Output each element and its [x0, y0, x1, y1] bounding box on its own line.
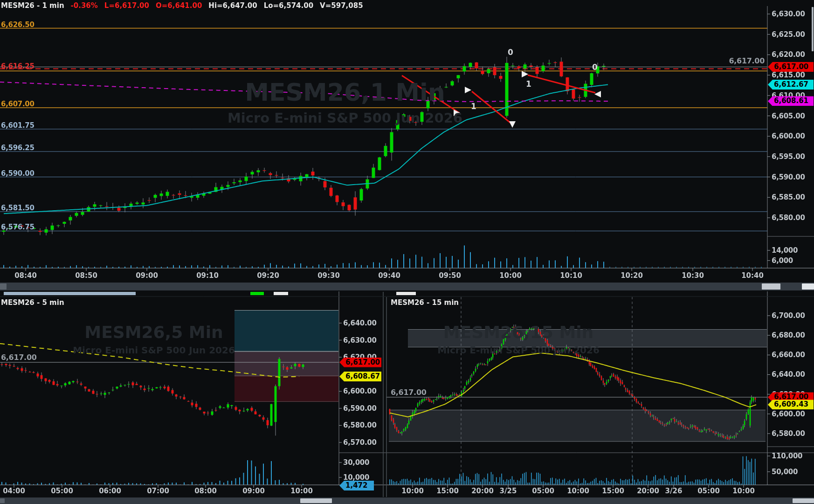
- time-axis-label[interactable]: 09:00: [242, 487, 265, 495]
- price-axis-label: 6,660.00: [772, 351, 805, 359]
- volume-axis-label: 30,000: [343, 458, 369, 467]
- divider-strip-segment[interactable]: [250, 292, 264, 295]
- price-badge[interactable]: 6,617.00: [339, 358, 381, 367]
- horizontal-scrollbar[interactable]: [0, 283, 814, 290]
- title-segment-1: -0.36%: [71, 1, 98, 10]
- time-axis-label[interactable]: 06:00: [99, 487, 121, 495]
- watermark-description: Micro E-mini S&P 500 Jun 2026: [379, 345, 658, 356]
- scrollbar-thumb[interactable]: [0, 283, 7, 290]
- time-axis-label[interactable]: 3/25: [500, 487, 517, 495]
- divider-strip-segment[interactable]: [4, 292, 136, 295]
- level-price-label: 6,596.25: [1, 144, 34, 152]
- watermark-symbol: MESM26,15 Min: [379, 323, 658, 342]
- swing-label: 0: [592, 62, 598, 72]
- watermark-description: Micro E-mini S&P 500 Jun 2026: [89, 110, 601, 126]
- time-axis-label[interactable]: 08:50: [75, 271, 97, 280]
- divider-strip-segment[interactable]: [274, 292, 288, 295]
- watermark-15min: MESM26,15 Min Micro E-mini S&P 500 Jun 2…: [379, 323, 658, 356]
- candlestick-charts-canvas[interactable]: [0, 0, 814, 504]
- price-axis-label: 6,630.00: [343, 336, 377, 345]
- price-axis-label: 6,680.00: [772, 331, 805, 339]
- time-axis-label[interactable]: 05:00: [532, 487, 554, 495]
- scrollbar-thumb[interactable]: [0, 498, 5, 503]
- time-axis-label[interactable]: 10:00: [732, 487, 755, 495]
- price-badge[interactable]: 6,608.61: [768, 96, 814, 106]
- time-axis-label[interactable]: 08:00: [194, 487, 217, 495]
- price-axis-label: 6,590.00: [772, 173, 805, 181]
- time-axis-label[interactable]: 09:00: [136, 271, 158, 280]
- time-axis-label[interactable]: 09:30: [317, 271, 340, 280]
- price-axis-label: 6,590.00: [343, 404, 377, 413]
- time-axis-label[interactable]: 10:00: [290, 487, 313, 495]
- level-price-label: 6,616.25: [1, 62, 34, 70]
- price-axis-label: 6,580.00: [772, 429, 805, 438]
- price-axis-label: 6,585.00: [772, 193, 805, 201]
- price-axis-label: 6,600.00: [772, 132, 805, 140]
- price-badge[interactable]: 6,612.67: [768, 80, 814, 90]
- time-axis-label[interactable]: 07:00: [147, 487, 169, 495]
- price-axis-label: 6,620.00: [772, 50, 805, 59]
- time-axis-label[interactable]: 10:30: [682, 271, 704, 280]
- title-segment-4: Hi=6,647.00: [208, 1, 257, 10]
- price-axis-label: 6,640.00: [772, 370, 805, 379]
- volume-axis-label: 10,000: [343, 473, 369, 482]
- last-price-label-1min: 6,617.00: [671, 56, 765, 65]
- time-axis-label[interactable]: 10:10: [560, 271, 582, 280]
- scrollbar-thumb[interactable]: [793, 498, 814, 503]
- time-axis-label[interactable]: 04:00: [3, 487, 25, 495]
- price-axis-label: 6,580.00: [343, 421, 377, 429]
- time-axis-label[interactable]: 10:20: [621, 271, 643, 280]
- time-axis-label[interactable]: 10:40: [741, 271, 764, 280]
- level-price-label: 6,590.00: [1, 169, 34, 178]
- time-axis-label[interactable]: 05:00: [51, 487, 73, 495]
- level-price-label: 6,581.50: [1, 204, 34, 212]
- level-price-label: 6,607.00: [1, 100, 34, 108]
- volume-axis-label: 14,000: [772, 246, 798, 255]
- title-segment-0: MESM26 - 1 min: [1, 1, 64, 10]
- time-axis-label[interactable]: 20:00: [471, 487, 494, 495]
- scrollbar-thumb[interactable]: [300, 498, 332, 503]
- level-price-label: 6,576.75: [1, 223, 34, 231]
- price-axis-label: 6,625.00: [772, 30, 805, 39]
- watermark-1min: MESM26,1 Min Micro E-mini S&P 500 Jun 20…: [89, 78, 601, 126]
- price-axis-label: 6,580.00: [772, 214, 805, 222]
- watermark-description: Micro E-mini S&P 500 Jun 2026: [14, 345, 294, 356]
- time-axis-label[interactable]: 10:00: [499, 271, 522, 280]
- price-axis-label: 6,700.00: [772, 311, 805, 320]
- title-segment-6: V=597,085: [320, 1, 363, 10]
- volume-axis-label: 6,000: [772, 256, 793, 265]
- time-axis-label[interactable]: 09:10: [196, 271, 219, 280]
- vertical-scrollbar-thumb[interactable]: [812, 7, 814, 51]
- trading-workspace: { "title_bar": { "segments": [ {"text": …: [0, 0, 814, 504]
- time-axis-label[interactable]: 10:00: [401, 487, 424, 495]
- time-axis-label[interactable]: 15:00: [436, 487, 459, 495]
- panel-title-5min: MESM26 - 5 min: [1, 298, 64, 307]
- volume-badge[interactable]: 1,472: [339, 481, 374, 490]
- price-axis-label: 6,600.00: [772, 410, 805, 418]
- price-badge[interactable]: 6,608.67: [339, 372, 381, 381]
- last-price-label-5min: 6,617.00: [1, 353, 37, 362]
- watermark-symbol: MESM26,1 Min: [89, 78, 601, 106]
- horizontal-scrollbar[interactable]: [0, 497, 814, 504]
- scrollbar-thumb[interactable]: [762, 283, 780, 290]
- volume-axis-label: 50,000: [772, 468, 798, 476]
- price-badge[interactable]: 6,609.43: [768, 400, 814, 409]
- chart-title-bar: MESM26 - 1 min-0.36%L=6,617.00O=6,641.00…: [1, 1, 363, 10]
- price-badge[interactable]: 6,617.00: [768, 62, 814, 72]
- divider-strip-segment[interactable]: [396, 292, 416, 295]
- swing-label: 1: [526, 79, 531, 89]
- time-axis-label[interactable]: 10:00: [567, 487, 589, 495]
- time-axis-label[interactable]: 09:40: [378, 271, 400, 280]
- price-axis-label: 6,640.00: [343, 319, 377, 327]
- time-axis-label[interactable]: 05:00: [697, 487, 720, 495]
- time-axis-label[interactable]: 15:00: [602, 487, 624, 495]
- price-axis-label: 6,595.00: [772, 152, 805, 161]
- watermark-5min: MESM26,5 Min Micro E-mini S&P 500 Jun 20…: [14, 323, 294, 356]
- time-axis-label[interactable]: 09:20: [257, 271, 279, 280]
- time-axis-label[interactable]: 09:50: [439, 271, 461, 280]
- watermark-symbol: MESM26,5 Min: [14, 323, 294, 342]
- time-axis-label[interactable]: 20:00: [637, 487, 659, 495]
- scrollbar-thumb[interactable]: [802, 283, 814, 290]
- time-axis-label[interactable]: 08:40: [14, 271, 37, 280]
- time-axis-label[interactable]: 3/26: [665, 487, 683, 495]
